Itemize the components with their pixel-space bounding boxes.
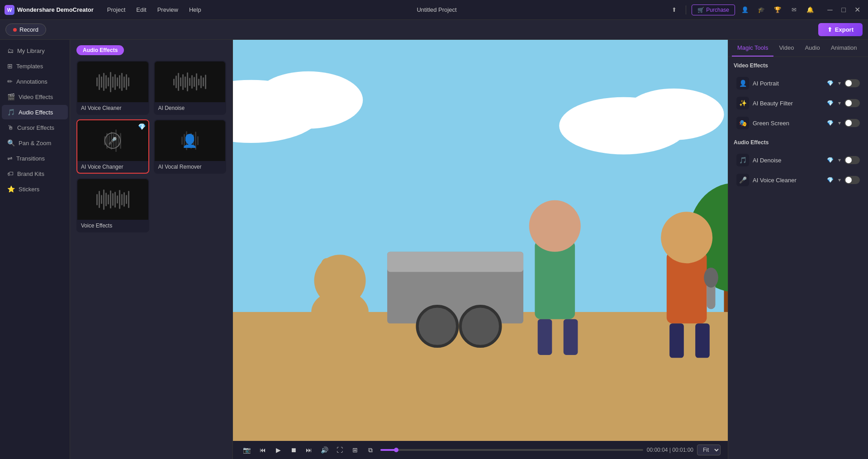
close-button[interactable]: ✕ [851,4,863,16]
purchase-button[interactable]: 🛒 Purchase [692,5,735,15]
volume-button[interactable]: 🔊 [318,444,331,456]
svg-rect-19 [564,319,578,355]
ai-voice-cleaner-right-name: AI Voice Cleaner [753,177,823,184]
title-bar: W Wondershare DemoCreator Project Edit P… [0,0,868,20]
graduation-icon[interactable]: 🎓 [755,4,768,16]
audio-effects-tab[interactable]: Audio Effects [76,45,124,55]
effect-card-ai-voice-changer[interactable]: 💎 🎤 AI Voice Changer [76,119,149,174]
menu-edit[interactable]: Edit [132,5,151,15]
menu-project[interactable]: Project [103,5,130,15]
effect-thumb-ai-voice-changer: 💎 🎤 [77,120,148,161]
tab-audio[interactable]: Audio [799,40,825,57]
brand-kits-icon: 🏷 [7,170,14,177]
stop-button[interactable]: ⏹ [287,444,300,456]
effects-grid: AI Voice Cleaner AI Denoise 💎 [70,61,232,239]
audio-effects-section-title: Audio Effects [734,139,863,146]
preview-area: 📷 ⏮ ▶ ⏹ ⏭ 🔊 ⛶ ⊞ ⧉ 00:00:04 [233,40,728,459]
sidebar-label-templates: Templates [16,63,43,70]
premium-gem-icon: 💎 [138,123,146,130]
green-screen-crown: 💎 [827,120,834,126]
effect-row-ai-voice-cleaner-right: 🎤 AI Voice Cleaner 💎 ▾ [734,170,863,190]
ai-beauty-chevron[interactable]: ▾ [838,100,841,106]
templates-icon: ⊞ [7,62,13,70]
effect-label-ai-voice-changer: AI Voice Changer [77,161,148,173]
fullscreen-button[interactable]: ⛶ [333,444,346,456]
sidebar-item-annotations[interactable]: ✏ Annotations [2,74,68,89]
bell-icon[interactable]: 🔔 [804,4,816,16]
right-panel-content: Video Effects 👤 AI Portrait 💎 ▾ ✨ AI Bea… [728,57,868,459]
svg-point-17 [529,200,581,252]
transitions-icon: ⇌ [7,155,13,162]
progress-bar[interactable] [380,449,643,451]
ai-voice-cleaner-right-toggle[interactable] [844,176,860,184]
playback-controls: ⏮ ▶ ⏹ ⏭ 🔊 ⛶ ⊞ ⧉ [256,444,377,456]
effect-row-green-screen: 🎭 Green Screen 💎 ▾ [734,113,863,133]
fast-forward-button[interactable]: ⏭ [303,444,315,456]
record-dot [13,28,17,32]
share-icon[interactable]: ⬆ [668,4,680,16]
sidebar-item-audio-effects[interactable]: 🎵 Audio Effects [2,105,68,119]
ai-beauty-toggle[interactable] [844,99,860,107]
sidebar-item-stickers[interactable]: ⭐ Stickers [2,182,68,196]
svg-point-21 [661,212,712,263]
tab-magic-tools[interactable]: Magic Tools [732,40,773,57]
effect-row-ai-denoise: 🎵 AI Denoise 💎 ▾ [734,150,863,170]
crop-button[interactable]: ⊞ [349,444,361,456]
effect-thumb-ai-vocal-remover: 👤 [155,120,226,161]
ai-voice-cleaner-right-chevron[interactable]: ▾ [838,177,841,183]
effect-thumb-ai-denoise [155,62,226,102]
ai-portrait-icon: 👤 [736,77,749,90]
sidebar-item-templates[interactable]: ⊞ Templates [2,59,68,73]
user-icon[interactable]: 👤 [739,4,751,16]
award-icon[interactable]: 🏆 [771,4,784,16]
sidebar-item-cursor-effects[interactable]: 🖱 Cursor Effects [2,120,68,135]
green-screen-icon: 🎭 [736,117,749,129]
fit-select[interactable]: Fit [697,445,721,455]
stickers-icon: ⭐ [7,185,15,193]
record-button[interactable]: Record [5,24,46,36]
effect-card-ai-denoise[interactable]: AI Denoise [154,61,227,115]
export-button[interactable]: ⬆ Export [818,23,863,36]
progress-handle[interactable] [394,448,398,452]
ai-portrait-toggle[interactable] [844,79,860,87]
ai-portrait-chevron[interactable]: ▾ [838,80,841,86]
green-screen-chevron[interactable]: ▾ [838,120,841,126]
project-title: Untitled Project [206,6,668,13]
svg-point-11 [417,306,458,346]
menu-help[interactable]: Help [185,5,206,15]
sidebar-label-stickers: Stickers [19,186,39,193]
ai-denoise-chevron[interactable]: ▾ [838,157,841,163]
effect-card-voice-effects[interactable]: Voice Effects [76,178,149,232]
sidebar-item-video-effects[interactable]: 🎬 Video Effects [2,90,68,104]
effect-label-ai-denoise: AI Denoise [155,102,226,114]
record-label: Record [19,26,38,33]
sidebar-item-my-library[interactable]: 🗂 My Library [2,43,68,58]
menu-preview[interactable]: Preview [153,5,183,15]
sidebar-label-pan-zoom: Pan & Zoom [19,140,51,147]
sidebar-label-cursor-effects: Cursor Effects [17,124,54,131]
effect-label-ai-voice-cleaner: AI Voice Cleaner [77,102,148,114]
green-screen-toggle[interactable] [844,119,860,127]
time-display: 00:00:04 | 00:01:00 [647,447,693,453]
video-effects-section-title: Video Effects [734,62,863,69]
play-button[interactable]: ▶ [272,444,285,456]
ai-voice-cleaner-right-icon: 🎤 [736,174,749,186]
svg-rect-18 [538,319,552,355]
mail-icon[interactable]: ✉ [787,4,800,16]
maximize-button[interactable]: □ [837,4,850,16]
effect-card-ai-vocal-remover[interactable]: 👤 AI Vocal Remover [154,119,227,174]
sidebar-item-transitions[interactable]: ⇌ Transitions [2,151,68,166]
pip-button[interactable]: ⧉ [364,444,377,456]
effect-card-ai-voice-cleaner[interactable]: AI Voice Cleaner [76,61,149,115]
tab-video[interactable]: Video [773,40,799,57]
ai-denoise-toggle[interactable] [844,156,860,164]
svg-rect-22 [669,323,684,358]
sidebar-item-brand-kits[interactable]: 🏷 Brand Kits [2,166,68,181]
sidebar-item-pan-zoom[interactable]: 🔍 Pan & Zoom [2,136,68,150]
tab-animation[interactable]: Animation [825,40,863,57]
left-sidebar: 🗂 My Library ⊞ Templates ✏ Annotations 🎬… [0,40,70,459]
screenshot-button[interactable]: 📷 [240,444,253,456]
minimize-button[interactable]: ─ [824,4,836,16]
rewind-button[interactable]: ⏮ [256,444,269,456]
ai-portrait-name: AI Portrait [753,80,823,87]
